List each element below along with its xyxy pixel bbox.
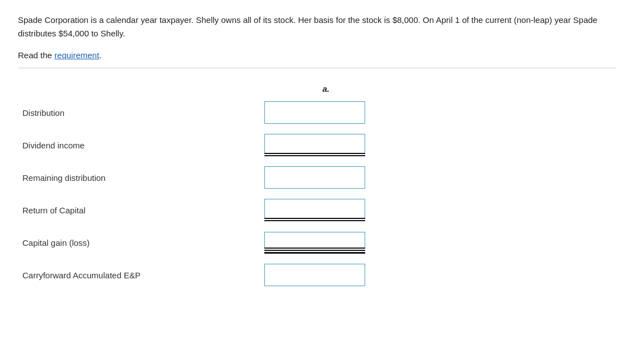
triple-line-2 <box>264 250 365 251</box>
dividend-income-label: Dividend income <box>18 141 264 150</box>
return-of-capital-wrapper <box>264 199 365 221</box>
distribution-row: Distribution <box>18 99 616 126</box>
triple-line-3 <box>264 252 365 254</box>
triple-line-cgl <box>264 248 365 254</box>
carryforward-ep-label: Carryforward Accumulated E&P <box>18 270 264 280</box>
dividend-income-input-cell <box>264 134 365 156</box>
period: . <box>99 50 101 60</box>
read-requirement-line: Read the requirement. <box>18 50 616 60</box>
capital-gain-loss-label: Capital gain (loss) <box>18 238 264 248</box>
return-of-capital-label: Return of Capital <box>18 206 264 215</box>
remaining-distribution-input[interactable] <box>264 166 365 189</box>
remaining-distribution-input-cell <box>264 166 365 189</box>
form-area: Distribution Dividend income Remaining d… <box>18 99 616 294</box>
capital-gain-loss-wrapper <box>264 232 365 254</box>
section-divider <box>18 68 616 68</box>
carryforward-ep-input-cell <box>264 264 365 286</box>
carryforward-ep-input[interactable] <box>264 264 365 286</box>
intro-paragraph: Spade Corporation is a calendar year tax… <box>18 13 612 40</box>
read-text: Read the <box>18 50 54 60</box>
remaining-distribution-row: Remaining distribution <box>18 164 616 191</box>
triple-line-1 <box>264 248 365 249</box>
column-headers: a. <box>18 84 616 94</box>
capital-gain-loss-input[interactable] <box>264 232 365 248</box>
distribution-input-cell <box>264 101 365 124</box>
dividend-income-input[interactable] <box>264 134 365 153</box>
distribution-label: Distribution <box>18 108 264 118</box>
return-of-capital-row: Return of Capital <box>18 197 616 223</box>
return-of-capital-input-cell <box>264 199 365 221</box>
dividend-income-wrapper <box>264 134 365 156</box>
dividend-income-row: Dividend income <box>18 132 616 158</box>
remaining-distribution-label: Remaining distribution <box>18 173 264 183</box>
double-line-dividend <box>264 153 365 156</box>
column-a-header: a. <box>276 84 376 94</box>
distribution-input[interactable] <box>264 101 365 124</box>
requirement-link[interactable]: requirement <box>54 50 99 60</box>
capital-gain-loss-row: Capital gain (loss) <box>18 229 616 256</box>
carryforward-ep-row: Carryforward Accumulated E&P <box>18 262 616 288</box>
double-line-roc <box>264 218 365 221</box>
return-of-capital-input[interactable] <box>264 199 365 218</box>
capital-gain-loss-input-cell <box>264 232 365 254</box>
